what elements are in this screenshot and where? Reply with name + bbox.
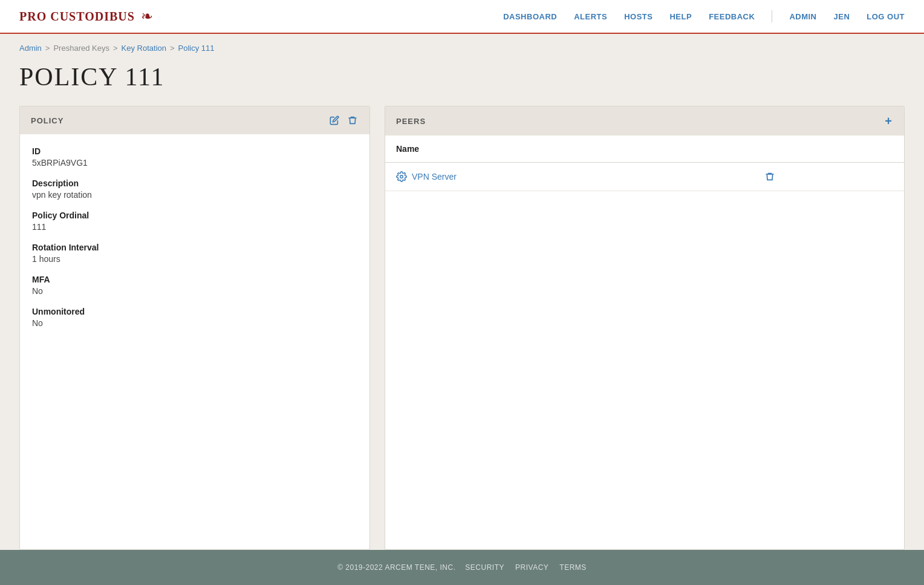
peers-col-name: Name	[385, 136, 753, 163]
policy-card-actions	[328, 114, 359, 127]
field-unmonitored-value: No	[32, 318, 357, 328]
breadcrumb-sep-2: >	[113, 44, 118, 53]
nav-admin[interactable]: ADMIN	[789, 12, 816, 21]
nav-user[interactable]: JEN	[833, 12, 850, 21]
svg-point-0	[400, 175, 403, 178]
nav-help[interactable]: HELP	[669, 12, 692, 21]
field-rotation-interval: Rotation Interval 1 hours	[32, 243, 357, 264]
breadcrumb-key-rotation[interactable]: Key Rotation	[122, 44, 166, 53]
logo-text: PRO CUSTODIBUS	[19, 10, 135, 24]
peers-card-actions: +	[883, 114, 893, 128]
peers-table: Name VPN Server	[385, 136, 904, 191]
footer-privacy[interactable]: PRIVACY	[515, 563, 548, 572]
page-title-area: POLICY 111	[0, 55, 924, 106]
field-id: ID 5xBRPiA9VG1	[32, 146, 357, 168]
header: PRO CUSTODIBUS ❧ DASHBOARD ALERTS HOSTS …	[0, 0, 924, 34]
peers-add-button[interactable]: +	[883, 114, 893, 128]
peer-link[interactable]: VPN Server	[396, 171, 742, 182]
footer-security[interactable]: SECURITY	[465, 563, 504, 572]
breadcrumb-sep-1: >	[45, 44, 50, 53]
nav-hosts[interactable]: HOSTS	[624, 12, 652, 21]
main-content: POLICY ID 5xBRPiA9VG1	[0, 106, 924, 550]
policy-card-header: POLICY	[20, 106, 369, 134]
field-mfa-label: MFA	[32, 275, 357, 284]
field-policy-ordinal-label: Policy Ordinal	[32, 211, 357, 220]
peer-actions-cell	[753, 163, 904, 191]
footer-links: SECURITY PRIVACY TERMS	[465, 563, 586, 572]
field-mfa: MFA No	[32, 275, 357, 296]
logo-area: PRO CUSTODIBUS ❧	[19, 8, 153, 25]
peer-name-cell: VPN Server	[385, 163, 753, 191]
peers-col-actions	[753, 136, 904, 163]
field-rotation-interval-value: 1 hours	[32, 254, 357, 264]
peers-table-header-row: Name	[385, 136, 904, 163]
nav-divider	[772, 10, 772, 22]
footer-copyright: © 2019-2022 ARCEM TENE, INC.	[337, 563, 455, 572]
trash-icon	[765, 171, 775, 182]
policy-card-body: ID 5xBRPiA9VG1 Description vpn key rotat…	[20, 134, 369, 353]
breadcrumb-current: Policy 111	[178, 44, 215, 53]
gear-icon	[396, 171, 407, 182]
nav-feedback[interactable]: FEEDBACK	[709, 12, 755, 21]
footer: © 2019-2022 ARCEM TENE, INC. SECURITY PR…	[0, 550, 924, 585]
breadcrumb-sep-3: >	[170, 44, 175, 53]
nav-dashboard[interactable]: DASHBOARD	[503, 12, 557, 21]
policy-card-title: POLICY	[31, 116, 63, 125]
peers-card: PEERS + Name	[385, 106, 905, 550]
field-policy-ordinal-value: 111	[32, 222, 357, 232]
peers-card-title: PEERS	[396, 117, 426, 126]
trash-icon	[348, 115, 357, 126]
peers-card-header: PEERS +	[385, 106, 904, 136]
peer-name: VPN Server	[412, 172, 457, 181]
policy-edit-button[interactable]	[328, 114, 340, 126]
peers-table-head: Name	[385, 136, 904, 163]
logo-icon: ❧	[141, 8, 153, 25]
field-id-value: 5xBRPiA9VG1	[32, 158, 357, 168]
page-title: POLICY 111	[19, 62, 905, 91]
nav-logout[interactable]: LOG OUT	[867, 12, 905, 21]
field-description: Description vpn key rotation	[32, 178, 357, 200]
field-unmonitored-label: Unmonitored	[32, 307, 357, 316]
breadcrumb-admin[interactable]: Admin	[19, 44, 42, 53]
main-nav: DASHBOARD ALERTS HOSTS HELP FEEDBACK ADM…	[503, 10, 905, 22]
policy-card: POLICY ID 5xBRPiA9VG1	[19, 106, 370, 550]
footer-terms[interactable]: TERMS	[559, 563, 587, 572]
edit-icon	[330, 116, 339, 125]
peers-table-body: VPN Server	[385, 163, 904, 191]
field-description-label: Description	[32, 178, 357, 188]
nav-alerts[interactable]: ALERTS	[574, 12, 607, 21]
field-mfa-value: No	[32, 286, 357, 296]
field-description-value: vpn key rotation	[32, 190, 357, 200]
peer-delete-button[interactable]	[764, 170, 776, 183]
field-id-label: ID	[32, 146, 357, 156]
field-unmonitored: Unmonitored No	[32, 307, 357, 328]
field-rotation-interval-label: Rotation Interval	[32, 243, 357, 252]
field-policy-ordinal: Policy Ordinal 111	[32, 211, 357, 232]
breadcrumb-preshared-keys: Preshared Keys	[53, 44, 109, 53]
table-row: VPN Server	[385, 163, 904, 191]
breadcrumb: Admin > Preshared Keys > Key Rotation > …	[0, 34, 924, 55]
policy-delete-button[interactable]	[346, 114, 359, 127]
